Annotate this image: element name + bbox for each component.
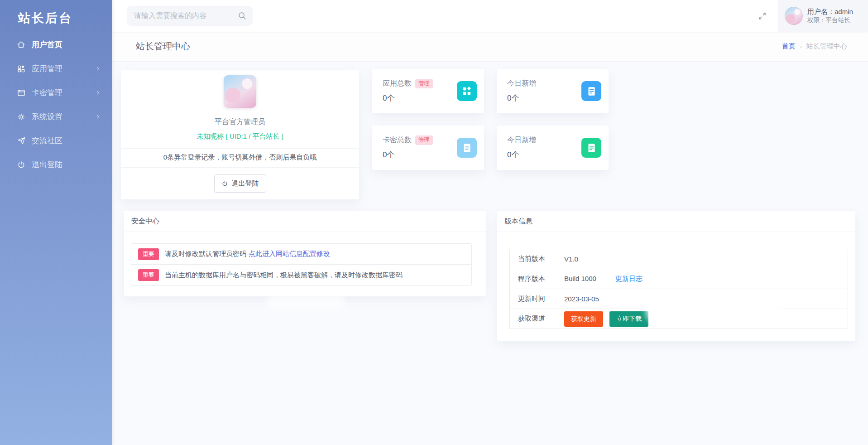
profile-nickname-uid: 未知昵称 [ UID:1 / 平台站长 ] [121,132,359,141]
stat-label: 今日新增 [507,135,536,145]
version-row-label: 更新时间 [510,289,554,309]
manage-badge[interactable]: 管理 [415,135,433,145]
security-item-text: 请及时修改默认管理员密码 [165,250,246,258]
user-menu[interactable]: 用户名：admin 权限：平台站长 [778,0,868,32]
sidebar-item-label: 退出登陆 [32,160,62,170]
security-center-card: 安全中心 重要 请及时修改默认管理员密码 点此进入网站信息配置修改 重要 当前主… [124,211,486,296]
breadcrumb-current: 站长管理中心 [806,42,847,51]
table-row: 更新时间 2023-03-05 [510,289,848,309]
login-notice: 0条异常登录记录，账号切莫外借，否则后果自负哦 [121,153,359,161]
stat-card-cards-total: 卡密总数 管理 0个 [372,126,484,170]
sidebar-item-label: 系统设置 [32,111,62,122]
update-date-value: 2023-03-05 [554,289,848,309]
home-icon [16,40,26,49]
stat-value: 0个 [507,150,536,160]
sidebar-item-user-home[interactable]: 用户首页 [0,33,112,57]
sidebar-menu: 用户首页 应用管理 卡密管理 系统设置 [0,33,112,177]
topbar: 用户名：admin 权限：平台站长 [112,0,868,32]
security-item: 重要 请及时修改默认管理员密码 点此进入网站信息配置修改 [131,244,471,265]
sidebar-item-logout[interactable]: 退出登陆 [0,153,112,177]
divider [121,148,359,149]
stat-label: 今日新增 [507,79,536,88]
paper-plane-icon [16,136,26,145]
get-update-button[interactable]: 获取更新 [564,311,603,327]
current-version-value: V1.0 [554,249,848,269]
profile-role-title: 平台官方管理员 [121,117,359,127]
sidebar-item-system-settings[interactable]: 系统设置 [0,105,112,129]
version-row-label: 获取渠道 [510,309,554,329]
logout-button-label: 退出登陆 [232,179,259,188]
version-info-title: 版本信息 [497,211,855,232]
sidebar: 站长后台 用户首页 应用管理 卡密管理 [0,0,112,445]
page-header: 站长管理中心 首页 › 站长管理中心 [112,32,868,62]
username-value: admin [834,8,853,15]
version-table: 当前版本 V1.0 程序版本 Build 1000 更新日志 更新时间 2023… [509,249,848,329]
divider [121,167,359,168]
stat-info: 今日新增 0个 [507,79,536,103]
topbar-right: 用户名：admin 权限：平台站长 [758,0,868,32]
security-center-title: 安全中心 [124,211,486,232]
sidebar-item-label: 应用管理 [32,63,62,74]
stat-value: 0个 [507,93,536,103]
breadcrumb: 首页 › 站长管理中心 [782,42,847,51]
important-badge: 重要 [138,269,159,281]
power-icon [16,160,26,169]
build-version-value: Build 1000 更新日志 [554,269,848,289]
search-icon[interactable] [237,11,247,21]
stat-label: 卡密总数 [383,135,412,145]
stat-value: 0个 [383,150,433,160]
blur-overlay [266,295,345,309]
apps-grid-icon [457,81,477,101]
profile-avatar [224,75,256,108]
breadcrumb-home[interactable]: 首页 [782,42,796,51]
version-info-card: 版本信息 当前版本 V1.0 程序版本 Build 1000 更新日志 更新时间… [497,211,855,341]
stat-info: 卡密总数 管理 0个 [383,135,433,160]
table-row: 获取渠道 获取更新 立即下载 [510,309,848,329]
download-now-button[interactable]: 立即下载 [609,311,648,327]
document-icon [457,138,477,158]
manage-badge[interactable]: 管理 [415,79,433,88]
table-row: 程序版本 Build 1000 更新日志 [510,269,848,289]
stat-info: 今日新增 0个 [507,135,536,160]
page-title: 站长管理中心 [136,40,190,53]
search-box [127,6,253,26]
build-number: Build 1000 [564,275,596,282]
channel-buttons-cell: 获取更新 立即下载 [554,309,848,329]
stat-label: 应用总数 [383,79,412,88]
username-label: 用户名： [807,8,834,15]
sidebar-item-community[interactable]: 交流社区 [0,129,112,153]
search-input[interactable] [127,6,253,26]
site-config-link[interactable]: 点此进入网站信息配置修改 [249,250,330,258]
profile-card: 平台官方管理员 未知昵称 [ UID:1 / 平台站长 ] 0条异常登录记录，账… [121,70,359,199]
changelog-link[interactable]: 更新日志 [615,275,643,282]
important-badge: 重要 [138,248,159,260]
app-title: 站长后台 [0,0,112,26]
sidebar-item-card-management[interactable]: 卡密管理 [0,81,112,105]
sidebar-item-app-management[interactable]: 应用管理 [0,57,112,81]
chevron-right-icon [96,66,101,71]
chevron-right-icon [96,114,101,119]
gear-icon [16,112,26,121]
stat-card-cards-today: 今日新增 0个 [497,126,609,170]
security-item: 重要 当前主机的数据库用户名与密码相同，极易被黑客破解，请及时修改数据库密码 [131,265,471,285]
stat-info: 应用总数 管理 0个 [383,79,433,103]
security-list: 重要 请及时修改默认管理员密码 点此进入网站信息配置修改 重要 当前主机的数据库… [131,243,472,286]
sidebar-item-label: 交流社区 [32,135,62,146]
table-row: 当前版本 V1.0 [510,249,848,269]
document-icon [581,138,601,158]
user-info: 用户名：admin 权限：平台站长 [807,7,853,25]
version-row-label: 当前版本 [510,249,554,269]
power-icon [221,180,228,187]
stat-value: 0个 [383,93,433,103]
sidebar-item-label: 卡密管理 [32,87,62,98]
document-icon [581,81,601,101]
chevron-right-icon [96,90,101,95]
logout-button[interactable]: 退出登陆 [214,174,266,193]
stat-card-apps-total: 应用总数 管理 0个 [372,69,484,113]
security-item-text: 当前主机的数据库用户名与密码相同，极易被黑客破解，请及时修改数据库密码 [165,271,403,280]
version-row-label: 程序版本 [510,269,554,289]
stat-card-apps-today: 今日新增 0个 [497,69,609,113]
apps-icon [16,64,26,73]
card-window-icon [16,88,26,97]
fullscreen-icon[interactable] [758,11,767,21]
